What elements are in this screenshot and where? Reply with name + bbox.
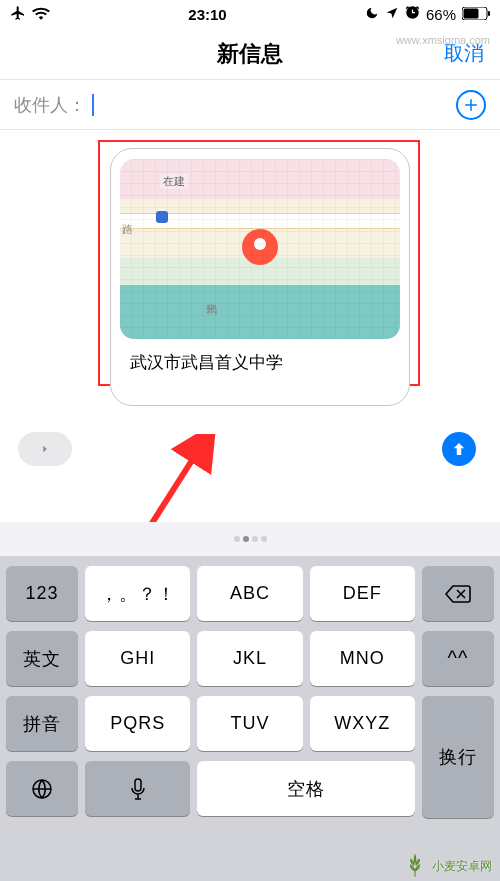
send-button[interactable] <box>442 432 476 466</box>
recipient-row: 收件人： <box>0 80 500 130</box>
airplane-mode-icon <box>10 5 26 24</box>
key-123[interactable]: 123 <box>6 566 78 621</box>
key-mno[interactable]: MNO <box>310 631 415 686</box>
key-ghi[interactable]: GHI <box>85 631 190 686</box>
map-pin-icon <box>242 229 278 265</box>
battery-icon <box>462 6 490 23</box>
svg-rect-5 <box>135 779 141 791</box>
location-arrow-icon <box>385 6 399 23</box>
location-attachment[interactable]: 在建 路 鹤米 武汉市武昌首义中学 <box>110 148 410 406</box>
key-jkl[interactable]: JKL <box>197 631 302 686</box>
key-caret[interactable]: ^^ <box>422 631 494 686</box>
app-drawer-button[interactable] <box>18 432 72 466</box>
svg-rect-2 <box>488 11 490 16</box>
recipient-label: 收件人： <box>14 93 86 117</box>
map-label: 在建 <box>160 174 188 189</box>
key-punct[interactable]: ，。？！ <box>85 566 190 621</box>
text-caret <box>92 94 94 116</box>
map-label: 路 <box>122 222 133 237</box>
page-title: 新信息 <box>217 39 283 69</box>
subway-icon <box>156 211 168 223</box>
battery-percent: 66% <box>426 6 456 23</box>
key-tuv[interactable]: TUV <box>197 696 302 751</box>
wifi-icon <box>32 6 50 23</box>
keyboard-page-indicator <box>0 522 500 556</box>
moon-icon <box>365 6 379 23</box>
location-title: 武汉市武昌首义中学 <box>130 351 390 374</box>
key-pinyin[interactable]: 拼音 <box>6 696 78 751</box>
key-backspace[interactable] <box>422 566 494 621</box>
keyboard: 123 ，。？！ ABC DEF 英文 GHI JKL MNO ^^ 拼音 PQ… <box>0 556 500 881</box>
compose-area: 在建 路 鹤米 武汉市武昌首义中学 <box>0 130 500 484</box>
recipient-input[interactable] <box>98 94 456 115</box>
key-wxyz[interactable]: WXYZ <box>310 696 415 751</box>
watermark-text: 小麦安卓网 <box>432 858 492 875</box>
status-bar: 23:10 66% <box>0 0 500 28</box>
status-time: 23:10 <box>188 6 226 23</box>
key-english[interactable]: 英文 <box>6 631 78 686</box>
map-thumbnail: 在建 路 鹤米 <box>120 159 400 339</box>
watermark: 小麦安卓网 <box>402 853 492 879</box>
watermark-url: www.xmsigma.com <box>396 34 490 46</box>
add-recipient-button[interactable] <box>456 90 486 120</box>
key-mic[interactable] <box>85 761 190 816</box>
key-pqrs[interactable]: PQRS <box>85 696 190 751</box>
key-globe[interactable] <box>6 761 78 816</box>
key-def[interactable]: DEF <box>310 566 415 621</box>
key-return[interactable]: 换行 <box>422 696 494 818</box>
key-space[interactable]: 空格 <box>197 761 415 816</box>
key-abc[interactable]: ABC <box>197 566 302 621</box>
wheat-icon <box>402 853 428 879</box>
svg-rect-1 <box>464 8 479 18</box>
alarm-icon <box>405 5 420 23</box>
